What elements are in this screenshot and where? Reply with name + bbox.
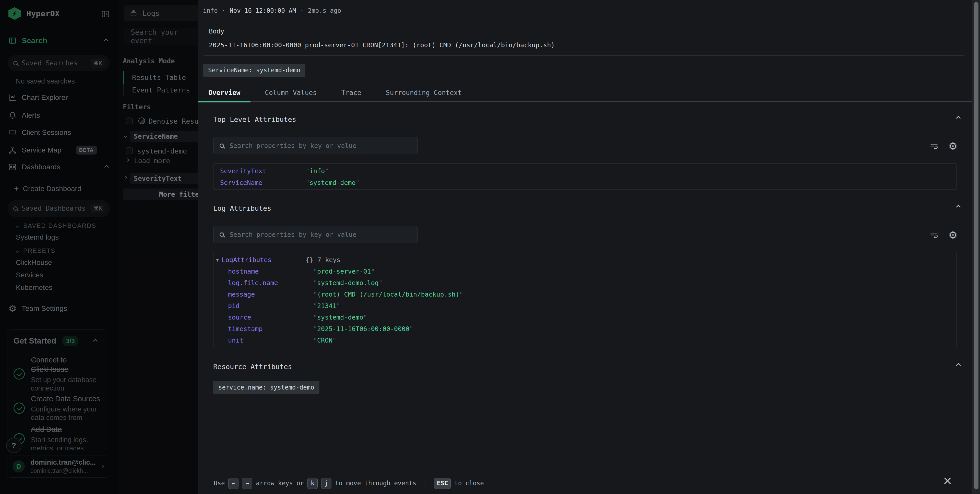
- attribute-row[interactable]: timestamp 2025-11-16T06:00:00-0000: [213, 324, 413, 334]
- attribute-key: source: [228, 312, 313, 322]
- section-title-top-level: Top Level Attributes: [213, 115, 296, 123]
- attribute-key: log.file.name: [228, 278, 313, 288]
- wrap-lines-icon[interactable]: [929, 142, 939, 151]
- section-toolbar: ⚙: [929, 230, 958, 240]
- servicename-tag[interactable]: ServiceName: systemd-demo: [203, 64, 305, 76]
- gear-icon[interactable]: ⚙: [948, 230, 958, 240]
- footer-text: arrow keys or: [256, 480, 304, 487]
- attribute-key: SeverityText: [220, 166, 305, 176]
- tab-trace[interactable]: Trace: [341, 89, 361, 97]
- attribute-value: prod-server-01: [313, 267, 375, 276]
- attribute-value: info: [305, 166, 329, 176]
- collapse-section-icon[interactable]: [956, 205, 961, 209]
- modal-overlay[interactable]: [0, 0, 198, 494]
- tab-surrounding-context[interactable]: Surrounding Context: [386, 89, 461, 97]
- scrollbar-thumb[interactable]: [974, 2, 978, 489]
- body-card: Body 2025-11-16T06:00:00-0000 prod-serve…: [203, 22, 965, 56]
- severity-badge: info: [203, 7, 218, 14]
- body-label: Body: [209, 27, 224, 35]
- log-attributes-tree: ▾ LogAttributes {} 7 keys hostname prod-…: [213, 252, 956, 347]
- event-details-panel: info · Nov 16 12:00:00 AM · 2mo.s ago Bo…: [198, 0, 980, 494]
- attribute-value: CRON: [313, 336, 336, 345]
- search-placeholder: Search properties by key or value: [229, 231, 356, 238]
- gear-icon[interactable]: ⚙: [948, 141, 958, 151]
- event-age: 2mo.s ago: [308, 7, 341, 14]
- attribute-row[interactable]: pid 21341: [213, 301, 340, 311]
- collapse-section-icon[interactable]: [956, 116, 961, 120]
- collapse-section-icon[interactable]: [956, 363, 961, 368]
- attribute-root-row[interactable]: ▾ LogAttributes {} 7 keys: [213, 255, 340, 265]
- attribute-row[interactable]: message (root) CMD (/usr/local/bin/backu…: [213, 290, 463, 300]
- active-tab-indicator: [198, 101, 250, 102]
- expand-triangle-icon[interactable]: ▾: [216, 255, 222, 265]
- divider: [425, 478, 425, 488]
- attribute-row[interactable]: ServiceName systemd-demo: [213, 178, 360, 188]
- attribute-key: unit: [228, 336, 313, 345]
- attribute-row[interactable]: hostname prod-server-01: [213, 267, 375, 276]
- attribute-value: systemd-demo: [313, 312, 367, 322]
- wrap-lines-icon[interactable]: [929, 230, 939, 240]
- tab-column-values[interactable]: Column Values: [265, 89, 317, 97]
- attribute-key: LogAttributes: [222, 255, 305, 265]
- esc-key[interactable]: ESC: [434, 478, 451, 489]
- footer-text: Use: [214, 480, 225, 487]
- attribute-value: (root) CMD (/usr/local/bin/backup.sh): [313, 290, 463, 300]
- right-arrow-key[interactable]: →: [242, 478, 252, 489]
- attribute-value: systemd-demo: [305, 178, 360, 188]
- attribute-value: 2025-11-16T06:00:00-0000: [313, 324, 413, 334]
- j-key[interactable]: j: [321, 478, 331, 489]
- panel-tabs: Overview Column Values Trace Surrounding…: [198, 84, 980, 102]
- section-title-resource-attributes: Resource Attributes: [213, 363, 292, 371]
- attribute-row[interactable]: SeverityText info: [213, 166, 329, 176]
- attribute-key: timestamp: [228, 324, 313, 334]
- left-arrow-key[interactable]: ←: [228, 478, 239, 489]
- attribute-row[interactable]: log.file.name systemd-demo.log: [213, 278, 382, 288]
- resource-service-name-tag[interactable]: service.name: systemd-demo: [213, 381, 320, 394]
- braces-icon: {}: [305, 255, 313, 265]
- event-timestamp: Nov 16 12:00:00 AM: [229, 7, 296, 14]
- attribute-key: message: [228, 290, 313, 300]
- separator-dot: ·: [300, 7, 304, 14]
- tab-overview[interactable]: Overview: [208, 89, 240, 97]
- k-key[interactable]: k: [307, 478, 318, 489]
- close-icon[interactable]: ×: [942, 475, 953, 486]
- section-title-log-attributes: Log Attributes: [213, 204, 271, 212]
- attribute-row[interactable]: unit CRON: [213, 336, 336, 345]
- log-attributes-search-input[interactable]: Search properties by key or value: [213, 226, 417, 243]
- search-icon: [220, 233, 224, 237]
- attribute-value: 21341: [313, 301, 340, 311]
- top-level-attributes-table: SeverityText info ServiceName systemd-de…: [213, 164, 956, 190]
- search-placeholder: Search properties by key or value: [229, 142, 356, 150]
- attribute-row[interactable]: source systemd-demo: [213, 312, 367, 322]
- footer-text: to move through events: [335, 480, 416, 487]
- attribute-key: pid: [228, 301, 313, 311]
- attribute-key: hostname: [228, 267, 313, 276]
- key-count: 7 keys: [317, 255, 340, 265]
- attribute-key: ServiceName: [220, 178, 305, 188]
- separator-dot: ·: [222, 7, 226, 14]
- attribute-value: systemd-demo.log: [313, 278, 382, 288]
- top-level-search-input[interactable]: Search properties by key or value: [213, 137, 417, 154]
- event-header: info · Nov 16 12:00:00 AM · 2mo.s ago: [203, 7, 341, 14]
- search-icon: [220, 143, 224, 148]
- footer-text: to close: [454, 480, 484, 487]
- panel-footer: Use ← → arrow keys or k j to move throug…: [198, 472, 980, 494]
- log-body-content[interactable]: 2025-11-16T06:00:00-0000 prod-server-01 …: [209, 41, 555, 49]
- section-toolbar: ⚙: [929, 141, 958, 151]
